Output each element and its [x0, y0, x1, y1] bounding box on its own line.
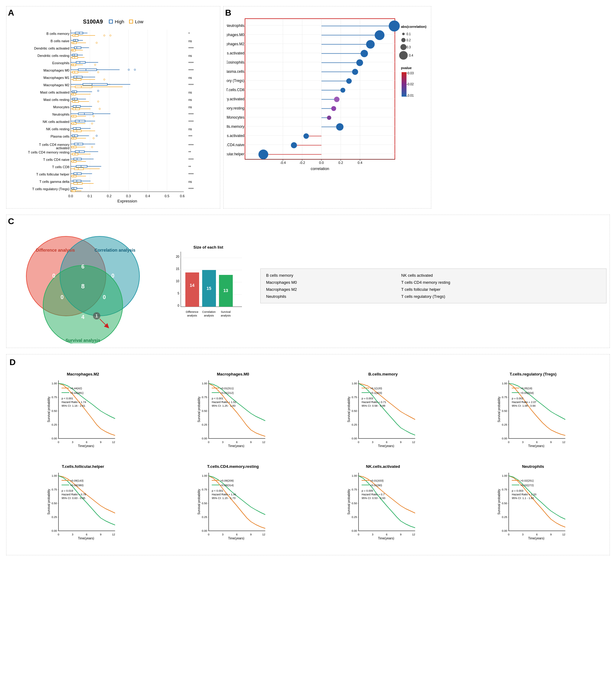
gene-7: T cells follicular helper: [399, 286, 603, 293]
svg-text:0: 0: [103, 294, 106, 300]
svg-text:0.4: 0.4: [145, 194, 150, 198]
svg-text:Dendritic cells resting: Dendritic cells resting: [37, 54, 69, 58]
svg-point-134: [99, 108, 101, 110]
survival-svg-7: Survival probability 0.00 0.25 0.50 0.75…: [311, 470, 455, 549]
svg-rect-228: [72, 175, 76, 177]
svg-text:0.6: 0.6: [180, 194, 184, 198]
svg-text:<0.09(314): <0.09(314): [220, 484, 234, 487]
svg-text:T cells follicular helper: T cells follicular helper: [36, 173, 69, 176]
svg-text:-0.4: -0.4: [280, 161, 286, 164]
svg-rect-340: [402, 72, 406, 97]
svg-text:9: 9: [550, 533, 551, 536]
svg-text:3: 3: [72, 533, 73, 536]
svg-text:p < 0.001: p < 0.001: [62, 397, 73, 400]
svg-text:0.4: 0.4: [409, 54, 413, 57]
svg-text:T.cells.follicular.helper: T.cells.follicular.helper: [227, 152, 244, 156]
svg-point-313: [303, 133, 309, 139]
svg-rect-194: [75, 151, 84, 153]
svg-text:0.25: 0.25: [502, 515, 507, 518]
bar-chart-wrap: Size of each list 0 5 10 15 20: [169, 243, 254, 329]
svg-text:Macrophages M0: Macrophages M0: [43, 68, 69, 72]
svg-text:Hazard Ratio = 1.52: Hazard Ratio = 1.52: [212, 401, 236, 404]
top-row: A S100A9 High Low: [6, 6, 610, 208]
svg-text:p = 0.005: p = 0.005: [361, 489, 373, 492]
svg-text:0.00: 0.00: [52, 437, 57, 440]
svg-text:Difference: Difference: [186, 310, 198, 313]
svg-text:T cells CD8: T cells CD8: [52, 165, 69, 169]
svg-text:95% CI: 1.08 - 3.94: 95% CI: 1.08 - 3.94: [512, 404, 535, 407]
svg-text:0.5: 0.5: [164, 194, 169, 198]
svg-text:Correlation analysis: Correlation analysis: [94, 248, 135, 252]
svg-text:p < 0.001: p < 0.001: [212, 489, 223, 492]
survival-panel-5: T.cells.follicular.helper Survival proba…: [9, 463, 157, 552]
svg-text:0.00: 0.00: [202, 529, 207, 532]
svg-text:0.3: 0.3: [126, 194, 131, 198]
svg-text:Survival probability: Survival probability: [347, 397, 351, 422]
gene-4: Neutrophils: [264, 293, 399, 300]
panel-d-label: D: [9, 357, 16, 367]
panel-a-inner: S100A9 High Low: [9, 19, 217, 205]
svg-text:0: 0: [358, 533, 359, 536]
svg-rect-44: [72, 49, 75, 51]
svg-text:****: ****: [189, 68, 194, 72]
svg-point-293: [366, 40, 375, 49]
svg-text:Time(years): Time(years): [228, 537, 244, 540]
svg-text:0.02: 0.02: [408, 83, 414, 86]
svg-text:1.00: 1.00: [352, 474, 357, 477]
svg-rect-187: [72, 146, 76, 148]
svg-text:9: 9: [100, 441, 102, 444]
svg-text:****: ****: [189, 61, 194, 65]
svg-text:9: 9: [100, 533, 102, 536]
svg-point-75: [134, 69, 136, 71]
svg-point-289: [389, 21, 400, 31]
svg-text:**: **: [189, 165, 191, 169]
svg-text:Survival probability: Survival probability: [47, 489, 50, 515]
svg-text:Eosinophils: Eosinophils: [52, 61, 70, 65]
svg-text:12: 12: [262, 533, 265, 536]
svg-text:0.50: 0.50: [202, 409, 207, 413]
svg-text:Survival probability: Survival probability: [497, 397, 501, 422]
svg-point-173: [96, 135, 97, 137]
survival-svg-3: Survival probability 0.00 0.25 0.50 0.75…: [311, 377, 455, 457]
svg-point-80: [97, 71, 99, 73]
svg-point-67: [94, 64, 96, 66]
svg-text:Time(years): Time(years): [528, 444, 544, 448]
svg-text:0.25: 0.25: [502, 423, 507, 426]
svg-text:Time(years): Time(years): [378, 444, 394, 448]
svg-text:ns: ns: [189, 98, 192, 102]
survival-title-6: T.cells.CD4.memory.resting: [161, 464, 305, 469]
svg-text:12: 12: [562, 533, 565, 536]
svg-text:0.25: 0.25: [352, 515, 357, 518]
svg-text:12: 12: [412, 533, 415, 536]
svg-point-301: [346, 78, 352, 84]
svg-rect-183: [74, 143, 83, 145]
svg-rect-375: [185, 272, 199, 307]
svg-rect-33: [72, 42, 76, 44]
svg-text:Hazard Ratio = 2.07: Hazard Ratio = 2.07: [512, 401, 536, 404]
survival-svg-2: Survival probability 0.00 0.25 0.50 0.75…: [161, 377, 305, 457]
svg-text:0: 0: [508, 533, 509, 536]
svg-text:activated: activated: [56, 146, 69, 150]
svg-text:<0.01(212): <0.01(212): [220, 392, 234, 395]
svg-text:Macrophages M1: Macrophages M1: [43, 76, 69, 80]
svg-text:95% CI: 1.16 - 2.61: 95% CI: 1.16 - 2.61: [62, 404, 85, 407]
svg-text:Neutrophils: Neutrophils: [52, 113, 69, 116]
svg-point-156: [91, 123, 93, 125]
survival-svg-1: Survival probability 0.00 0.25 0.50 0.75…: [11, 377, 155, 457]
svg-rect-40: [74, 47, 81, 49]
svg-text:analysis: analysis: [204, 314, 214, 317]
svg-rect-244: [72, 187, 77, 189]
svg-text:6: 6: [386, 533, 388, 536]
svg-point-311: [336, 123, 344, 131]
svg-text:T cells regulatory (Tregs): T cells regulatory (Tregs): [32, 187, 69, 191]
svg-text:B cells naive: B cells naive: [50, 39, 69, 43]
svg-text:0.1: 0.1: [406, 32, 411, 36]
svg-text:ns: ns: [189, 54, 192, 58]
svg-text:Macrophages.M2: Macrophages.M2: [227, 42, 244, 46]
svg-text:0: 0: [52, 273, 56, 279]
svg-text:13: 13: [223, 288, 228, 293]
svg-rect-99: [75, 86, 92, 88]
svg-rect-127: [73, 106, 81, 107]
svg-text:1.00: 1.00: [202, 382, 207, 385]
svg-text:****: ****: [189, 173, 194, 176]
